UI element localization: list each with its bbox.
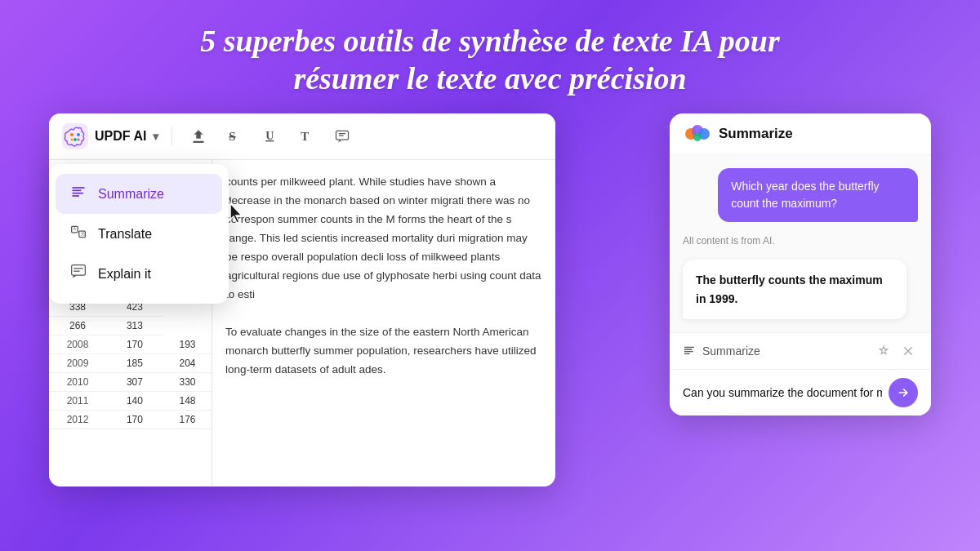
ai-input-row — [670, 370, 931, 415]
underline-icon: U — [262, 128, 278, 144]
comment-btn[interactable] — [329, 123, 355, 149]
fill-btn[interactable] — [185, 123, 212, 149]
svg-point-5 — [78, 139, 80, 141]
updf-logo[interactable]: UPDF AI ▾ — [62, 123, 158, 149]
text-icon: T — [298, 128, 314, 144]
text-btn[interactable]: T — [293, 123, 319, 149]
svg-point-1 — [70, 133, 74, 136]
strikethrough-btn[interactable]: S — [221, 123, 247, 149]
svg-point-2 — [77, 133, 80, 136]
ai-header-icons — [684, 125, 710, 143]
svg-rect-6 — [194, 141, 204, 143]
svg-text:T: T — [301, 130, 310, 143]
svg-text:A: A — [74, 227, 77, 232]
ai-panel: Summarize Which year does the butterfly … — [670, 113, 931, 415]
ai-header: Summarize — [670, 113, 931, 155]
updf-logo-icon — [62, 123, 88, 149]
svg-point-4 — [71, 139, 74, 141]
text-section: counts per milkweed plant. While studies… — [212, 160, 555, 487]
ai-bottom-bar: Summarize — [670, 332, 931, 415]
doc-text-top: counts per milkweed plant. While studies… — [225, 173, 542, 304]
table-row: 2010307330 — [49, 373, 212, 392]
dropdown-menu: Summarize A文 Translate Explain it — [49, 164, 229, 304]
svg-text:文: 文 — [81, 231, 85, 236]
svg-text:U: U — [266, 129, 274, 142]
underline-btn[interactable]: U — [257, 123, 283, 149]
translate-icon: A文 — [69, 224, 88, 244]
page-title: 5 superbes outils de synthèse de texte I… — [0, 0, 980, 113]
close-mode-btn[interactable] — [898, 341, 918, 361]
menu-item-explain[interactable]: Explain it — [56, 254, 222, 294]
dropdown-arrow[interactable]: ▾ — [153, 130, 158, 143]
summarize-label: Summarize — [98, 187, 164, 202]
send-icon — [897, 386, 910, 399]
ai-mode-label: Summarize — [683, 344, 760, 358]
pin-btn[interactable] — [874, 341, 893, 361]
ai-messages: Which year does the butterfly count the … — [670, 155, 931, 332]
ai-send-button[interactable] — [889, 378, 918, 407]
summarize-mode-icon — [683, 344, 696, 358]
ai-mode-action-icons — [874, 341, 918, 361]
menu-item-summarize[interactable]: Summarize — [56, 174, 222, 214]
svg-point-3 — [74, 138, 77, 141]
translate-label: Translate — [98, 227, 152, 242]
panels-container: UPDF AI ▾ S U T — [0, 113, 980, 505]
ai-notice: All content is from AI. — [683, 232, 918, 250]
ai-input-field[interactable] — [683, 386, 882, 399]
ai-mode-bar: Summarize — [670, 333, 931, 370]
ai-response-message: The butterfly counts the maximum in 1999… — [683, 260, 906, 319]
user-message: Which year does the butterfly count the … — [718, 168, 918, 222]
table-row: 266313 — [49, 317, 212, 335]
explain-label: Explain it — [98, 267, 151, 282]
ai-colorful-icon — [684, 125, 710, 143]
table-row: 2009185204 — [49, 354, 212, 373]
summarize-icon — [69, 184, 88, 204]
comment-icon — [334, 128, 350, 144]
ai-title: Summarize — [719, 126, 793, 142]
fill-icon — [190, 128, 207, 144]
strikethrough-icon: S — [226, 128, 243, 144]
mode-text: Summarize — [702, 344, 760, 358]
svg-rect-21 — [72, 265, 86, 276]
toolbar: UPDF AI ▾ S U T — [49, 113, 555, 160]
explain-icon — [69, 264, 88, 284]
app-name-label: UPDF AI — [95, 129, 146, 144]
toolbar-divider — [172, 127, 172, 146]
table-row: 2008170193 — [49, 335, 212, 354]
table-row: 2011140148 — [49, 392, 212, 411]
svg-text:S: S — [229, 130, 236, 143]
svg-point-27 — [693, 133, 702, 141]
table-row: 2012170176 — [49, 411, 212, 429]
doc-text-bottom: To evaluate changes in the size of the e… — [225, 323, 542, 380]
menu-item-translate[interactable]: A文 Translate — [56, 214, 222, 254]
